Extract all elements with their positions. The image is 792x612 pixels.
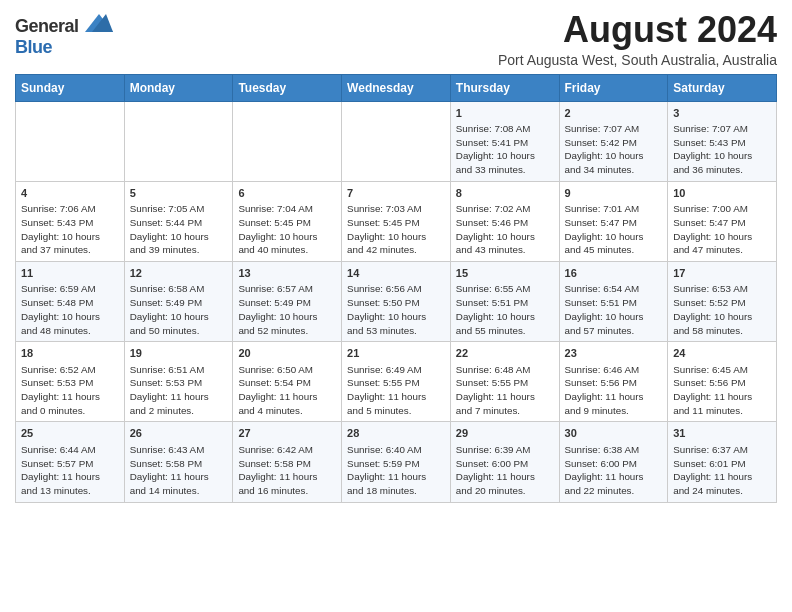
calendar-table: SundayMondayTuesdayWednesdayThursdayFrid…	[15, 74, 777, 503]
day-number: 25	[21, 426, 119, 441]
week-row-3: 11Sunrise: 6:59 AM Sunset: 5:48 PM Dayli…	[16, 262, 777, 342]
day-info: Sunrise: 6:48 AM Sunset: 5:55 PM Dayligh…	[456, 363, 554, 418]
day-info: Sunrise: 6:52 AM Sunset: 5:53 PM Dayligh…	[21, 363, 119, 418]
day-number: 14	[347, 266, 445, 281]
day-cell: 10Sunrise: 7:00 AM Sunset: 5:47 PM Dayli…	[668, 181, 777, 261]
day-cell: 3Sunrise: 7:07 AM Sunset: 5:43 PM Daylig…	[668, 101, 777, 181]
day-cell: 8Sunrise: 7:02 AM Sunset: 5:46 PM Daylig…	[450, 181, 559, 261]
day-info: Sunrise: 7:03 AM Sunset: 5:45 PM Dayligh…	[347, 202, 445, 257]
day-cell: 1Sunrise: 7:08 AM Sunset: 5:41 PM Daylig…	[450, 101, 559, 181]
day-info: Sunrise: 6:54 AM Sunset: 5:51 PM Dayligh…	[565, 282, 663, 337]
day-info: Sunrise: 6:44 AM Sunset: 5:57 PM Dayligh…	[21, 443, 119, 498]
day-cell: 13Sunrise: 6:57 AM Sunset: 5:49 PM Dayli…	[233, 262, 342, 342]
week-row-1: 1Sunrise: 7:08 AM Sunset: 5:41 PM Daylig…	[16, 101, 777, 181]
day-number: 5	[130, 186, 228, 201]
day-number: 22	[456, 346, 554, 361]
day-number: 31	[673, 426, 771, 441]
day-number: 28	[347, 426, 445, 441]
logo-general-text: General	[15, 16, 79, 36]
day-info: Sunrise: 7:02 AM Sunset: 5:46 PM Dayligh…	[456, 202, 554, 257]
day-info: Sunrise: 6:42 AM Sunset: 5:58 PM Dayligh…	[238, 443, 336, 498]
day-cell: 20Sunrise: 6:50 AM Sunset: 5:54 PM Dayli…	[233, 342, 342, 422]
day-number: 2	[565, 106, 663, 121]
day-number: 7	[347, 186, 445, 201]
day-cell: 16Sunrise: 6:54 AM Sunset: 5:51 PM Dayli…	[559, 262, 668, 342]
day-cell: 27Sunrise: 6:42 AM Sunset: 5:58 PM Dayli…	[233, 422, 342, 502]
day-cell: 21Sunrise: 6:49 AM Sunset: 5:55 PM Dayli…	[342, 342, 451, 422]
day-cell	[16, 101, 125, 181]
day-cell: 23Sunrise: 6:46 AM Sunset: 5:56 PM Dayli…	[559, 342, 668, 422]
day-number: 27	[238, 426, 336, 441]
day-number: 8	[456, 186, 554, 201]
day-info: Sunrise: 6:46 AM Sunset: 5:56 PM Dayligh…	[565, 363, 663, 418]
day-number: 6	[238, 186, 336, 201]
day-cell: 31Sunrise: 6:37 AM Sunset: 6:01 PM Dayli…	[668, 422, 777, 502]
day-number: 4	[21, 186, 119, 201]
day-number: 13	[238, 266, 336, 281]
day-info: Sunrise: 6:37 AM Sunset: 6:01 PM Dayligh…	[673, 443, 771, 498]
day-info: Sunrise: 6:55 AM Sunset: 5:51 PM Dayligh…	[456, 282, 554, 337]
day-info: Sunrise: 7:08 AM Sunset: 5:41 PM Dayligh…	[456, 122, 554, 177]
day-number: 21	[347, 346, 445, 361]
col-header-wednesday: Wednesday	[342, 74, 451, 101]
day-info: Sunrise: 7:04 AM Sunset: 5:45 PM Dayligh…	[238, 202, 336, 257]
day-number: 16	[565, 266, 663, 281]
day-cell: 25Sunrise: 6:44 AM Sunset: 5:57 PM Dayli…	[16, 422, 125, 502]
day-info: Sunrise: 6:53 AM Sunset: 5:52 PM Dayligh…	[673, 282, 771, 337]
logo-icon	[85, 14, 113, 32]
col-header-thursday: Thursday	[450, 74, 559, 101]
day-info: Sunrise: 6:49 AM Sunset: 5:55 PM Dayligh…	[347, 363, 445, 418]
day-info: Sunrise: 6:57 AM Sunset: 5:49 PM Dayligh…	[238, 282, 336, 337]
day-info: Sunrise: 6:56 AM Sunset: 5:50 PM Dayligh…	[347, 282, 445, 337]
day-info: Sunrise: 6:38 AM Sunset: 6:00 PM Dayligh…	[565, 443, 663, 498]
day-info: Sunrise: 7:00 AM Sunset: 5:47 PM Dayligh…	[673, 202, 771, 257]
day-info: Sunrise: 6:39 AM Sunset: 6:00 PM Dayligh…	[456, 443, 554, 498]
day-number: 9	[565, 186, 663, 201]
day-cell: 12Sunrise: 6:58 AM Sunset: 5:49 PM Dayli…	[124, 262, 233, 342]
col-header-monday: Monday	[124, 74, 233, 101]
day-cell: 24Sunrise: 6:45 AM Sunset: 5:56 PM Dayli…	[668, 342, 777, 422]
day-info: Sunrise: 6:58 AM Sunset: 5:49 PM Dayligh…	[130, 282, 228, 337]
week-row-5: 25Sunrise: 6:44 AM Sunset: 5:57 PM Dayli…	[16, 422, 777, 502]
col-header-sunday: Sunday	[16, 74, 125, 101]
title-section: August 2024 Port Augusta West, South Aus…	[498, 10, 777, 68]
day-number: 20	[238, 346, 336, 361]
day-number: 11	[21, 266, 119, 281]
day-number: 12	[130, 266, 228, 281]
day-info: Sunrise: 7:01 AM Sunset: 5:47 PM Dayligh…	[565, 202, 663, 257]
day-cell: 6Sunrise: 7:04 AM Sunset: 5:45 PM Daylig…	[233, 181, 342, 261]
day-cell: 19Sunrise: 6:51 AM Sunset: 5:53 PM Dayli…	[124, 342, 233, 422]
day-info: Sunrise: 6:59 AM Sunset: 5:48 PM Dayligh…	[21, 282, 119, 337]
day-number: 10	[673, 186, 771, 201]
day-cell	[124, 101, 233, 181]
day-number: 17	[673, 266, 771, 281]
week-row-2: 4Sunrise: 7:06 AM Sunset: 5:43 PM Daylig…	[16, 181, 777, 261]
day-cell: 30Sunrise: 6:38 AM Sunset: 6:00 PM Dayli…	[559, 422, 668, 502]
day-number: 29	[456, 426, 554, 441]
day-number: 18	[21, 346, 119, 361]
day-info: Sunrise: 6:45 AM Sunset: 5:56 PM Dayligh…	[673, 363, 771, 418]
calendar-header: SundayMondayTuesdayWednesdayThursdayFrid…	[16, 74, 777, 101]
col-header-saturday: Saturday	[668, 74, 777, 101]
day-cell: 26Sunrise: 6:43 AM Sunset: 5:58 PM Dayli…	[124, 422, 233, 502]
day-cell: 11Sunrise: 6:59 AM Sunset: 5:48 PM Dayli…	[16, 262, 125, 342]
day-number: 3	[673, 106, 771, 121]
day-info: Sunrise: 7:07 AM Sunset: 5:43 PM Dayligh…	[673, 122, 771, 177]
day-cell: 18Sunrise: 6:52 AM Sunset: 5:53 PM Dayli…	[16, 342, 125, 422]
day-cell: 4Sunrise: 7:06 AM Sunset: 5:43 PM Daylig…	[16, 181, 125, 261]
day-cell: 22Sunrise: 6:48 AM Sunset: 5:55 PM Dayli…	[450, 342, 559, 422]
header-row: SundayMondayTuesdayWednesdayThursdayFrid…	[16, 74, 777, 101]
col-header-friday: Friday	[559, 74, 668, 101]
day-cell	[342, 101, 451, 181]
day-cell: 28Sunrise: 6:40 AM Sunset: 5:59 PM Dayli…	[342, 422, 451, 502]
col-header-tuesday: Tuesday	[233, 74, 342, 101]
day-cell: 29Sunrise: 6:39 AM Sunset: 6:00 PM Dayli…	[450, 422, 559, 502]
month-title: August 2024	[498, 10, 777, 50]
day-cell: 7Sunrise: 7:03 AM Sunset: 5:45 PM Daylig…	[342, 181, 451, 261]
day-info: Sunrise: 6:43 AM Sunset: 5:58 PM Dayligh…	[130, 443, 228, 498]
day-info: Sunrise: 6:51 AM Sunset: 5:53 PM Dayligh…	[130, 363, 228, 418]
day-cell: 14Sunrise: 6:56 AM Sunset: 5:50 PM Dayli…	[342, 262, 451, 342]
day-number: 24	[673, 346, 771, 361]
page-header: General Blue August 2024 Port Augusta We…	[15, 10, 777, 68]
subtitle: Port Augusta West, South Australia, Aust…	[498, 52, 777, 68]
